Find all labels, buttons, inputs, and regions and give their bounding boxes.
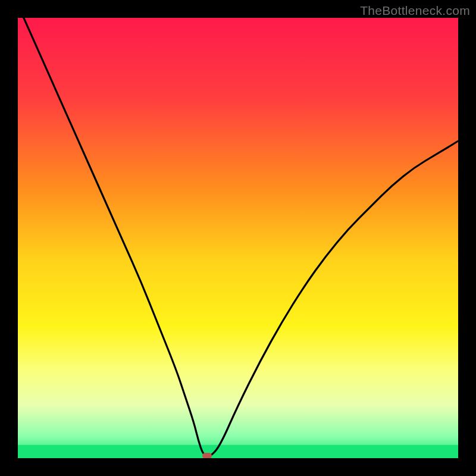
chart-plot-area xyxy=(18,18,458,458)
optimal-point-marker xyxy=(202,453,212,458)
watermark-text: TheBottleneck.com xyxy=(360,4,470,18)
chart-svg xyxy=(18,18,458,458)
chart-frame: TheBottleneck.com xyxy=(0,0,476,476)
gradient-background xyxy=(18,18,458,458)
green-band xyxy=(18,445,458,458)
